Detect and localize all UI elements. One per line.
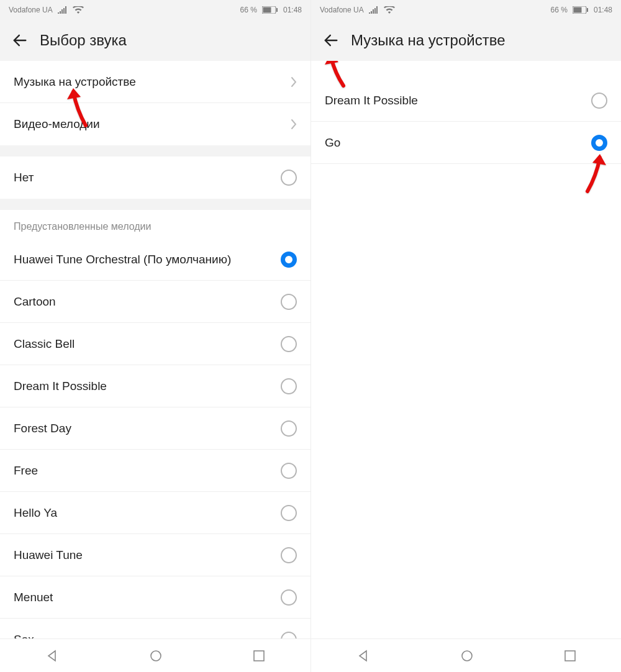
nav-back-button[interactable] xyxy=(45,649,59,663)
row-label: Dream It Possible xyxy=(14,379,281,393)
status-bar: Vodafone UA 66 % 01:48 xyxy=(0,0,310,20)
signal-icon xyxy=(58,6,68,14)
wifi-icon xyxy=(73,6,84,14)
svg-point-8 xyxy=(462,651,472,661)
status-bar: Vodafone UA 66 % 01:48 xyxy=(311,0,621,20)
back-button[interactable] xyxy=(322,32,340,49)
nav-home-button[interactable] xyxy=(149,649,163,663)
content: Музыка на устройстве Видео-мелодии Нет П… xyxy=(0,61,310,638)
clock: 01:48 xyxy=(594,6,612,14)
ringtone-row[interactable]: Menuet xyxy=(0,576,310,619)
nav-home-button[interactable] xyxy=(460,649,474,663)
row-label: Classic Bell xyxy=(14,337,281,351)
phone-left: Vodafone UA 66 % 01:48 Выбор звука Музык… xyxy=(0,0,310,672)
back-button[interactable] xyxy=(11,32,29,49)
signal-icon xyxy=(369,6,379,14)
clock: 01:48 xyxy=(283,6,302,14)
wifi-icon xyxy=(384,6,395,14)
row-label: Нет xyxy=(14,171,281,184)
ringtone-row[interactable]: Forest Day xyxy=(0,407,310,450)
radio-icon xyxy=(281,336,297,352)
row-label: Cartoon xyxy=(14,295,281,309)
ringtone-row[interactable]: Classic Bell xyxy=(0,323,310,365)
ringtone-row[interactable]: Huawei Tune Orchestral (По умолчанию) xyxy=(0,238,310,281)
radio-icon xyxy=(281,420,297,437)
row-label: Hello Ya xyxy=(14,506,281,520)
music-on-device-row[interactable]: Музыка на устройстве xyxy=(0,61,310,103)
radio-icon xyxy=(281,505,297,521)
radio-icon xyxy=(281,547,297,563)
radio-icon xyxy=(591,135,607,151)
ringtone-row[interactable]: Sax xyxy=(0,619,310,638)
nav-recent-button[interactable] xyxy=(564,650,576,662)
carrier-label: Vodafone UA xyxy=(9,6,53,14)
ringtone-row[interactable]: Cartoon xyxy=(0,281,310,323)
track-row[interactable]: Dream It Possible xyxy=(311,79,621,122)
section-gap xyxy=(0,145,310,157)
radio-icon xyxy=(281,170,297,186)
none-row[interactable]: Нет xyxy=(0,157,310,199)
section-gap xyxy=(0,199,310,210)
svg-point-3 xyxy=(151,651,161,661)
row-label: Go xyxy=(325,136,591,150)
svg-rect-1 xyxy=(263,7,271,13)
battery-pct: 66 % xyxy=(240,6,257,14)
svg-rect-6 xyxy=(573,7,581,13)
radio-icon xyxy=(281,294,297,310)
header: Музыка на устройстве xyxy=(311,20,621,61)
page-title: Выбор звука xyxy=(40,32,127,49)
video-ringtones-row[interactable]: Видео-мелодии xyxy=(0,103,310,145)
radio-icon xyxy=(281,252,297,268)
chevron-right-icon xyxy=(291,76,297,88)
row-label: Menuet xyxy=(14,591,281,604)
radio-icon xyxy=(591,93,607,109)
radio-icon xyxy=(281,463,297,479)
preset-ringtones-header: Предустановленные мелодии xyxy=(0,210,310,238)
navbar xyxy=(0,638,310,672)
header: Выбор звука xyxy=(0,20,310,61)
radio-icon xyxy=(281,378,297,394)
battery-icon xyxy=(262,6,278,14)
chevron-right-icon xyxy=(291,119,297,130)
content: Dream It PossibleGo xyxy=(311,61,621,638)
ringtone-row[interactable]: Dream It Possible xyxy=(0,365,310,407)
svg-rect-9 xyxy=(565,651,575,661)
ringtone-row[interactable]: Free xyxy=(0,450,310,492)
nav-recent-button[interactable] xyxy=(253,650,265,662)
row-label: Sax xyxy=(14,633,281,639)
row-label: Dream It Possible xyxy=(325,94,591,107)
ringtone-list: Huawei Tune Orchestral (По умолчанию)Car… xyxy=(0,238,310,638)
svg-rect-2 xyxy=(276,8,278,12)
page-title: Музыка на устройстве xyxy=(351,32,505,49)
track-list: Dream It PossibleGo xyxy=(311,79,621,164)
row-label: Huawei Tune xyxy=(14,548,281,562)
phone-right: Vodafone UA 66 % 01:48 Музыка на устройс… xyxy=(310,0,621,672)
row-label: Free xyxy=(14,464,281,478)
nav-back-button[interactable] xyxy=(356,649,370,663)
row-label: Huawei Tune Orchestral (По умолчанию) xyxy=(14,253,281,266)
row-label: Музыка на устройстве xyxy=(14,75,291,89)
track-row[interactable]: Go xyxy=(311,122,621,164)
battery-icon xyxy=(573,6,589,14)
radio-icon xyxy=(281,589,297,606)
radio-icon xyxy=(281,632,297,639)
carrier-label: Vodafone UA xyxy=(320,6,364,14)
row-label: Forest Day xyxy=(14,422,281,435)
svg-rect-4 xyxy=(254,651,264,661)
ringtone-row[interactable]: Huawei Tune xyxy=(0,534,310,576)
svg-rect-7 xyxy=(587,8,588,12)
ringtone-row[interactable]: Hello Ya xyxy=(0,492,310,534)
battery-pct: 66 % xyxy=(551,6,568,14)
row-label: Видео-мелодии xyxy=(14,117,291,131)
navbar xyxy=(311,638,621,672)
